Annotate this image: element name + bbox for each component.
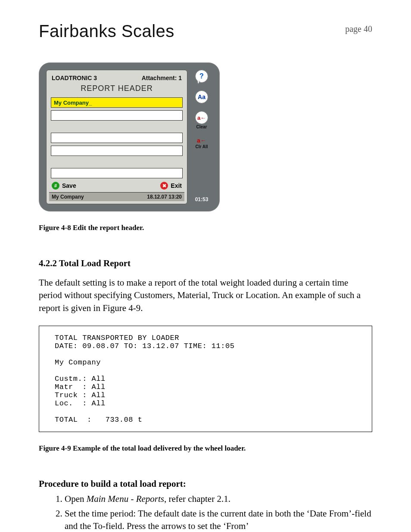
exit-label: Exit [171, 182, 182, 189]
header-field-1[interactable]: My Company_ [51, 97, 183, 108]
report-line-matr: Matr : All [55, 383, 106, 391]
report-line-custm: Custm.: All [55, 375, 106, 383]
section-body: The default setting is to make a report … [39, 277, 372, 314]
device-side-toolbar: ? Aa a← Clear a← Clr All 01:53 [191, 70, 212, 204]
report-line-title: TOTAL TRANSPORTED BY LOADER [55, 334, 179, 342]
device-bottom-buttons: # Save ✖ Exit [49, 178, 184, 192]
save-icon: # [52, 182, 59, 190]
device-clock: 01:53 [195, 196, 209, 204]
menu-path: Main Menu - Reports [87, 494, 164, 504]
device-product-name: LOADTRONIC 3 [52, 75, 97, 81]
device-attachment: Attachment: 1 [142, 75, 182, 81]
exit-button[interactable]: ✖ Exit [160, 182, 182, 190]
status-datetime: 18.12.07 13:20 [147, 194, 182, 200]
figure-4-8-caption: Figure 4-8 Edit the report header. [39, 224, 372, 232]
report-line-date: DATE: 09.08.07 TO: 13.12.07 TIME: 11:05 [55, 342, 234, 350]
clear-all-icon: a← [197, 137, 206, 144]
report-line-company: My Company [55, 358, 101, 367]
header-field-5[interactable] [51, 168, 183, 178]
clear-all-label: Clr All [195, 145, 208, 149]
page-number: page 40 [345, 24, 372, 34]
header-field-2[interactable] [51, 110, 183, 121]
report-line-total: TOTAL : 733.08 t [55, 416, 142, 424]
section-heading: 4.2.2 Total Load Report [39, 258, 372, 269]
company-title: Fairbanks Scales [39, 22, 174, 41]
exit-icon: ✖ [160, 182, 168, 190]
device-statusbar: My Company 18.12.07 13:20 [49, 192, 184, 201]
device-screenshot: LOADTRONIC 3 Attachment: 1 REPORT HEADER… [39, 62, 220, 212]
clear-all-button[interactable]: a← Clr All [195, 137, 208, 149]
report-line-truck: Truck : All [55, 391, 106, 399]
document-page: Fairbanks Scales page 40 LOADTRONIC 3 At… [0, 0, 411, 532]
keyboard-icon: Aa [195, 90, 208, 103]
procedure-step-2: Set the time period: The default date is… [65, 507, 372, 532]
header-fields: My Company_ [49, 97, 184, 178]
procedure-heading: Procedure to build a total load report: [39, 479, 372, 489]
speech-tail-icon [197, 81, 202, 84]
save-button[interactable]: # Save [52, 182, 76, 190]
help-icon: ? [195, 70, 208, 83]
keyboard-button[interactable]: Aa [195, 90, 208, 103]
clear-icon: a← [195, 111, 208, 124]
figure-4-9-caption: Figure 4-9 Example of the total load del… [39, 444, 372, 453]
save-label: Save [62, 182, 76, 189]
header-field-3[interactable] [51, 133, 183, 143]
clear-label: Clear [196, 125, 207, 129]
procedure-step-1: Open Main Menu - Reports, refer chapter … [65, 493, 372, 505]
page-header: Fairbanks Scales page 40 [39, 22, 372, 41]
device-main-panel: LOADTRONIC 3 Attachment: 1 REPORT HEADER… [46, 70, 187, 204]
report-line-loc: Loc. : All [55, 399, 106, 408]
procedure-list: Open Main Menu - Reports, refer chapter … [39, 493, 372, 532]
clear-button[interactable]: a← Clear [195, 111, 208, 129]
report-box: TOTAL TRANSPORTED BY LOADER DATE: 09.08.… [39, 326, 372, 432]
status-company: My Company [52, 194, 84, 200]
help-button[interactable]: ? [195, 70, 208, 83]
header-field-4[interactable] [51, 146, 183, 156]
device-title-row: LOADTRONIC 3 Attachment: 1 [49, 72, 184, 82]
report-header-title: REPORT HEADER [49, 82, 184, 97]
